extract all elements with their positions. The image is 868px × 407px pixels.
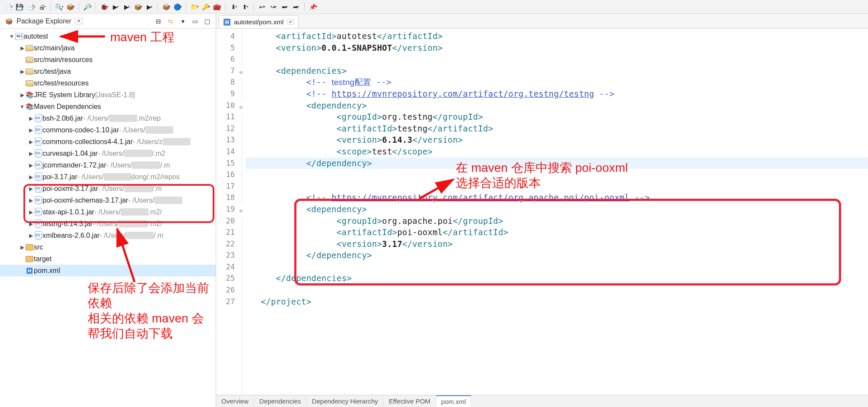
tree-jar-3[interactable]: ▶curvesapi-1.04.jar - /Users/xxxxxxxx/.m… bbox=[0, 148, 216, 159]
tree-jar-5[interactable]: ▶poi-3.17.jar - /Users/xxxxxxxxdong/.m2/… bbox=[0, 171, 216, 183]
code-line-18[interactable]: <!-- https://mvnrepository.com/artifact/… bbox=[246, 192, 868, 204]
code-line-23[interactable]: </dependency> bbox=[246, 249, 868, 261]
code-line-10[interactable]: <dependency> bbox=[246, 100, 868, 112]
code-line-7[interactable]: <dependencies> bbox=[246, 65, 868, 77]
line-number[interactable]: 9 bbox=[216, 88, 242, 100]
toolbar-button-6[interactable]: 🔎▾ bbox=[82, 2, 92, 12]
toolbar-button-8[interactable]: ▶▾ bbox=[111, 2, 120, 12]
tree-jar-0[interactable]: ▶bsh-2.0b6.jar - /Users/xxxxxxxx.m2/rep bbox=[0, 112, 216, 124]
toolbar-button-19[interactable]: ↩▾ bbox=[257, 2, 267, 12]
line-number[interactable]: 26 bbox=[216, 284, 242, 296]
toolbar-button-7[interactable]: 🐞▾ bbox=[99, 2, 109, 12]
tree-maven-deps[interactable]: ▼📚Maven Dependencies bbox=[0, 101, 216, 112]
bottom-tab-pom.xml[interactable]: pom.xml bbox=[436, 395, 472, 407]
tree-src-test-java[interactable]: ▶src/test/java bbox=[0, 66, 216, 77]
tree-jar-1[interactable]: ▶commons-codec-1.10.jar - /Users/xxxxxxx… bbox=[0, 124, 216, 136]
link-editor-icon[interactable]: ⇆ bbox=[166, 17, 175, 26]
tree-src-folder[interactable]: ▶src bbox=[0, 241, 216, 253]
tree-src-test-res[interactable]: src/test/resources bbox=[0, 77, 216, 89]
tree-jar-8[interactable]: ▶stax-api-1.0.1.jar - /Users/xxxxxxxx.m2… bbox=[0, 206, 216, 218]
toolbar-button-5[interactable]: 📦▾ bbox=[66, 2, 75, 12]
toolbar-button-16[interactable]: 🧰▾ bbox=[212, 2, 222, 12]
line-number[interactable]: 13 bbox=[216, 134, 242, 146]
toolbar-button-1[interactable]: 💾▾ bbox=[15, 2, 24, 12]
line-number[interactable]: 10 bbox=[216, 100, 242, 112]
toolbar-button-11[interactable]: ▶▾ bbox=[145, 2, 154, 12]
toolbar-button-3[interactable]: 🖨▾ bbox=[37, 2, 47, 12]
code-editor[interactable]: <artifactId>autotest</artifactId> <versi… bbox=[242, 29, 868, 395]
line-number[interactable]: 7 bbox=[216, 65, 242, 77]
close-tab-icon[interactable]: ✕ bbox=[287, 19, 294, 25]
tree-pom[interactable]: Mpom.xml bbox=[0, 265, 216, 276]
line-number[interactable]: 11 bbox=[216, 111, 242, 123]
code-line-5[interactable]: <version>0.0.1-SNAPSHOT</version> bbox=[246, 42, 868, 54]
bottom-tab-dependencies[interactable]: Dependencies bbox=[254, 395, 307, 407]
toolbar-button-22[interactable]: ➡▾ bbox=[291, 2, 301, 12]
code-line-16[interactable] bbox=[246, 169, 868, 181]
code-line-15[interactable]: </dependency> bbox=[246, 158, 868, 169]
code-line-22[interactable]: <version>3.17</version> bbox=[246, 238, 868, 250]
line-number[interactable]: 25 bbox=[216, 272, 242, 284]
line-number[interactable]: 14 bbox=[216, 146, 242, 158]
toolbar-button-13[interactable]: 🔵▾ bbox=[173, 2, 182, 12]
minimize-icon[interactable]: ▭ bbox=[191, 17, 199, 26]
bottom-tab-dependency-hierarchy[interactable]: Dependency Hierarchy bbox=[306, 395, 384, 407]
tree-jar-9[interactable]: ▶testng-6.14.3.jar - /Users/xxxxxxxx/.m2… bbox=[0, 218, 216, 230]
code-line-8[interactable]: <!-- testng配置 --> bbox=[246, 76, 868, 88]
code-line-17[interactable] bbox=[246, 181, 868, 192]
code-line-19[interactable]: <dependency> bbox=[246, 204, 868, 215]
line-number[interactable]: 17 bbox=[216, 181, 242, 192]
code-line-13[interactable]: <version>6.14.3</version> bbox=[246, 134, 868, 146]
line-number[interactable]: 16 bbox=[216, 169, 242, 181]
line-number[interactable]: 12 bbox=[216, 123, 242, 135]
editor-tab-pom[interactable]: M autotest/pom.xml ✕ bbox=[219, 15, 299, 28]
tree-src-main-res[interactable]: src/main/resources bbox=[0, 54, 216, 66]
line-number[interactable]: 22 bbox=[216, 238, 242, 250]
code-line-6[interactable] bbox=[246, 53, 868, 65]
line-number[interactable]: 18 bbox=[216, 192, 242, 204]
line-number[interactable]: 21 bbox=[216, 226, 242, 238]
tree-jar-7[interactable]: ▶poi-ooxml-schemas-3.17.jar - /Users/xxx… bbox=[0, 194, 216, 206]
view-menu-icon[interactable]: ▾ bbox=[178, 17, 187, 26]
line-number[interactable]: 20 bbox=[216, 215, 242, 227]
code-line-11[interactable]: <groupId>org.testng</groupId> bbox=[246, 111, 868, 123]
bottom-tab-effective-pom[interactable]: Effective POM bbox=[384, 395, 436, 407]
toolbar-button-4[interactable]: 🔍▾ bbox=[54, 2, 64, 12]
toolbar-button-18[interactable]: ⬆▾ bbox=[240, 2, 250, 12]
tree-target-folder[interactable]: target bbox=[0, 253, 216, 265]
maximize-icon[interactable]: ▢ bbox=[203, 17, 211, 26]
code-line-20[interactable]: <groupId>org.apache.poi</groupId> bbox=[246, 215, 868, 227]
toolbar-button-23[interactable]: 📌▾ bbox=[308, 2, 318, 12]
line-number[interactable]: 23 bbox=[216, 249, 242, 261]
line-number[interactable]: 24 bbox=[216, 261, 242, 273]
code-line-26[interactable] bbox=[246, 284, 868, 296]
tree-jre[interactable]: ▶📚JRE System Library [JavaSE-1.8] bbox=[0, 89, 216, 101]
bottom-tab-overview[interactable]: Overview bbox=[216, 395, 254, 407]
code-line-14[interactable]: <scope>test</scope> bbox=[246, 146, 868, 158]
toolbar-button-0[interactable]: 📄▾ bbox=[3, 2, 13, 12]
code-line-27[interactable]: </project> bbox=[246, 296, 868, 308]
line-number[interactable]: 6 bbox=[216, 53, 242, 65]
toolbar-button-10[interactable]: 📦▾ bbox=[133, 2, 143, 12]
line-number[interactable]: 27 bbox=[216, 296, 242, 308]
project-tree[interactable]: ▼MJautotest▶src/main/javasrc/main/resour… bbox=[0, 29, 216, 407]
line-number[interactable]: 4 bbox=[216, 30, 242, 42]
tree-jar-4[interactable]: ▶jcommander-1.72.jar - /Users/xxxxxxxx/.… bbox=[0, 159, 216, 171]
tree-jar-10[interactable]: ▶xmlbeans-2.6.0.jar - /Users/xxxxxxxx/.m bbox=[0, 230, 216, 241]
tree-src-main-java[interactable]: ▶src/main/java bbox=[0, 42, 216, 54]
line-number[interactable]: 5 bbox=[216, 42, 242, 54]
toolbar-button-2[interactable]: 📑▾ bbox=[26, 2, 36, 12]
code-line-4[interactable]: <artifactId>autotest</artifactId> bbox=[246, 30, 868, 42]
tree-project[interactable]: ▼MJautotest bbox=[0, 30, 216, 42]
toolbar-button-14[interactable]: 📁▾ bbox=[190, 2, 199, 12]
close-view-button[interactable]: ✕ bbox=[75, 18, 83, 24]
tree-jar-2[interactable]: ▶commons-collections4-4.1.jar - /Users/z… bbox=[0, 136, 216, 148]
line-number[interactable]: 15 bbox=[216, 158, 242, 169]
code-line-21[interactable]: <artifactId>poi-ooxml</artifactId> bbox=[246, 226, 868, 238]
toolbar-button-21[interactable]: ⬅▾ bbox=[280, 2, 289, 12]
code-line-25[interactable]: </dependencies> bbox=[246, 272, 868, 284]
code-line-9[interactable]: <!-- https://mvnrepository.com/artifact/… bbox=[246, 88, 868, 100]
toolbar-button-20[interactable]: ↪▾ bbox=[269, 2, 278, 12]
line-number[interactable]: 19 bbox=[216, 204, 242, 215]
code-line-24[interactable] bbox=[246, 261, 868, 273]
